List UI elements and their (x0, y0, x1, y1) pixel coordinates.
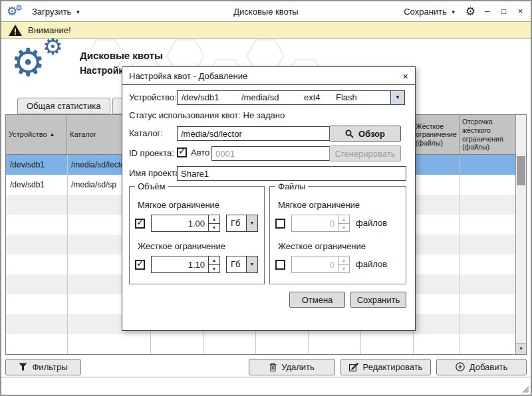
column-header-label: Жёсткое ограничение (файлы) (416, 122, 457, 148)
column-header-label: Устройство (9, 130, 47, 139)
action-bar: Фильтры Удалить Редактировать (5, 358, 527, 375)
catalog-input[interactable] (177, 126, 331, 141)
spin-up-icon[interactable]: ▲ (209, 215, 219, 224)
cell-device: /dev/sdb1 (6, 175, 67, 195)
dialog-title: Настройка квот - Добавление (129, 71, 247, 81)
volume-hard-limit-checkbox[interactable]: ✓ (135, 260, 145, 270)
project-id-label: ID проекта: (129, 146, 174, 161)
volume-group-legend: Объём (135, 181, 168, 191)
quota-status-text: Статус использования квот: Не задано (129, 110, 285, 120)
column-header-device[interactable]: Устройство ▲ (6, 115, 67, 154)
cancel-button[interactable]: Отмена (289, 292, 345, 308)
spin-up-icon: ▲ (338, 256, 349, 265)
warning-triangle-icon (9, 25, 22, 36)
volume-hard-unit-select[interactable]: Гб ▼ (226, 256, 258, 273)
gear-icon: ⚙︎ (43, 35, 63, 58)
device-select[interactable]: /dev/sdb1 /media/sd ext4 Flash ▼ (177, 90, 405, 105)
project-name-input[interactable] (177, 166, 406, 181)
files-hard-limit-spinner: ▲ ▼ (291, 256, 350, 273)
spin-down-icon[interactable]: ▼ (209, 224, 219, 232)
volume-soft-limit-checkbox[interactable]: ✓ (135, 219, 145, 229)
filters-label: Фильтры (32, 362, 67, 372)
device-filesystem: ext4 (304, 91, 321, 104)
load-menu-label: Загрузить (32, 7, 71, 17)
files-hard-limit-label: Жесткое ограничение (278, 241, 366, 251)
sort-ascending-icon: ▲ (50, 132, 55, 138)
chevron-down-icon: ▼ (451, 9, 456, 15)
minimize-button[interactable]: – (482, 1, 492, 21)
close-button[interactable]: × (515, 1, 525, 21)
app-window: ⚙︎ ⚙︎ Загрузить ▼ Дисковые квоты Сохрани… (0, 0, 532, 396)
spin-up-icon: ▲ (338, 215, 349, 224)
volume-hard-limit-spinner: ▲ ▼ (151, 256, 220, 273)
trash-icon (269, 363, 277, 371)
browse-label: Обзор (358, 129, 385, 139)
spin-down-icon[interactable]: ▼ (209, 265, 219, 273)
catalog-label: Каталог: (129, 126, 163, 141)
dialog-close-button[interactable]: × (402, 71, 408, 81)
spin-down-icon: ▼ (338, 265, 349, 273)
volume-soft-limit-label: Мягкое ограничение (138, 200, 219, 210)
unit-value: Гб (231, 215, 241, 231)
edit-pencil-icon (349, 363, 358, 371)
load-menu-button[interactable]: Загрузить ▼ (29, 5, 83, 18)
tab-general-stats[interactable]: Общая статистика (17, 98, 110, 114)
files-hard-limit-checkbox[interactable] (275, 260, 285, 270)
column-header-hard-limit-files[interactable]: Жёсткое ограничение (файлы) (413, 115, 460, 154)
caret-down-icon[interactable]: ▼ (246, 256, 257, 272)
files-group-legend: Файлы (275, 181, 308, 191)
cell-device: /dev/sdb1 (6, 155, 67, 175)
vertical-scrollbar[interactable]: ▼ (515, 115, 526, 354)
checkmark-icon: ✓ (136, 258, 144, 268)
table-row[interactable] (6, 334, 515, 354)
caret-down-icon: ▼ (519, 346, 523, 351)
browse-button[interactable]: Обзор (329, 126, 401, 142)
project-id-input (211, 146, 331, 161)
device-mount: /media/sd (241, 91, 279, 104)
save-label: Сохранить (357, 295, 400, 305)
plus-circle-icon (456, 362, 465, 371)
auto-id-label: Авто (191, 148, 209, 157)
caret-down-glyph: ▼ (250, 221, 255, 225)
column-header-label: Каталог (70, 130, 96, 139)
settings-gear-icon[interactable]: ⚙︎ (466, 6, 475, 17)
filters-button[interactable]: Фильтры (5, 359, 81, 375)
edit-button[interactable]: Редактировать (340, 359, 431, 375)
device-select-dropdown-button[interactable]: ▼ (390, 91, 404, 104)
files-soft-limit-spinner: ▲ ▼ (291, 215, 350, 232)
save-menu-button[interactable]: Сохранить ▼ (401, 5, 459, 18)
files-soft-limit-checkbox[interactable] (275, 219, 285, 229)
auto-id-checkbox[interactable]: ✓ (177, 148, 187, 157)
add-button[interactable]: Добавить (436, 359, 527, 375)
scrollbar-thumb[interactable] (517, 156, 525, 185)
caret-down-icon: ▼ (395, 94, 400, 100)
files-unit-label: файлов (356, 256, 387, 273)
files-group: Файлы Мягкое ограничение ▲ ▼ файлов (269, 186, 406, 284)
quota-add-dialog: Настройка квот - Добавление × Устройство… (122, 66, 416, 331)
caret-down-icon[interactable]: ▼ (246, 215, 257, 231)
checkmark-icon: ✓ (136, 217, 144, 227)
unit-value: Гб (231, 256, 241, 272)
delete-label: Удалить (281, 362, 315, 372)
files-unit-label: файлов (356, 215, 387, 232)
resize-grip[interactable] (521, 385, 529, 393)
volume-soft-unit-select[interactable]: Гб ▼ (226, 215, 258, 232)
column-header-label: Отсрочка жёсткого ограничения (файлы) (462, 118, 513, 151)
column-header-hard-grace-files[interactable]: Отсрочка жёсткого ограничения (файлы) (460, 115, 515, 154)
gear-icon: ⚙︎ (11, 43, 45, 82)
page-title: Дисковые квоты (80, 50, 163, 61)
add-label: Добавить (469, 362, 507, 372)
cancel-label: Отмена (302, 295, 333, 305)
funnel-icon (19, 363, 27, 371)
dialog-titlebar: Настройка квот - Добавление × (122, 67, 415, 85)
volume-soft-limit-spinner: ▲ ▼ (151, 215, 220, 232)
save-button[interactable]: Сохранить (350, 292, 406, 308)
generate-label: Сгенерировать (335, 149, 396, 159)
delete-button[interactable]: Удалить (249, 359, 335, 375)
scroll-down-button[interactable]: ▼ (516, 344, 526, 354)
warning-banner: Внимание! (1, 21, 531, 39)
maximize-button[interactable]: □ (499, 1, 509, 21)
spin-up-icon[interactable]: ▲ (209, 256, 219, 265)
device-type: Flash (336, 91, 357, 104)
edit-label: Редактировать (363, 362, 423, 372)
